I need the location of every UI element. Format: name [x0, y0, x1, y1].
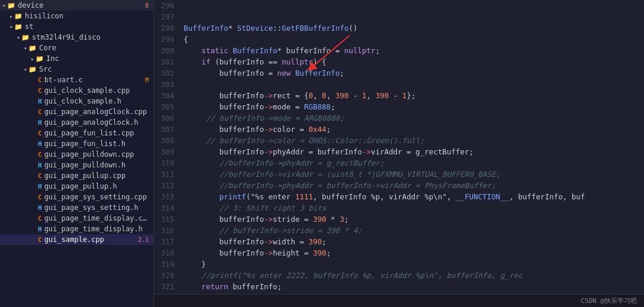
- sidebar-item-label: gui_page_pulldown.cpp: [44, 150, 134, 159]
- h-icon: H: [38, 183, 42, 190]
- sidebar-item-Src[interactable]: 📁Src: [0, 64, 153, 75]
- tree-arrow: [31, 109, 37, 115]
- sidebar-item-gui_page_pullup.h[interactable]: Hgui_page_pullup.h: [0, 181, 153, 192]
- sidebar-item-gui_page_pulldown.h[interactable]: Hgui_page_pulldown.h: [0, 160, 153, 170]
- sidebar-item-gui_sample.cpp[interactable]: Cgui_sample.cpp2.1: [0, 234, 153, 245]
- sidebar-item-gui_page_fun_list.cpp[interactable]: Cgui_page_fun_list.cpp: [0, 128, 153, 138]
- sidebar-item-hisilicon[interactable]: 📁hisilicon: [0, 11, 153, 21]
- sidebar-item-gui_clock_sample.cpp[interactable]: Cgui_clock_sample.cpp: [0, 85, 153, 96]
- sidebar-item-Core[interactable]: 📁Core: [0, 43, 153, 53]
- line-number: 315: [156, 214, 174, 225]
- line-number: 300: [156, 45, 174, 56]
- folder-icon: 📁: [28, 66, 37, 73]
- code-line-307: bufferInfo->color = 0x44;: [184, 124, 632, 135]
- sidebar-badge: 2.1: [138, 237, 151, 243]
- c-icon: C: [38, 76, 42, 84]
- sidebar-item-gui_page_pulldown.cpp[interactable]: Cgui_page_pulldown.cpp: [0, 149, 153, 160]
- sidebar-item-gui_page_sys_setting.h[interactable]: Hgui_page_sys_setting.h: [0, 202, 153, 213]
- sidebar-item-Inc[interactable]: 📁Inc: [0, 53, 153, 64]
- sidebar-item-gui_page_analogClock.h[interactable]: Hgui_page_analogClock.h: [0, 117, 153, 128]
- line-number: 299: [156, 34, 174, 45]
- line-number: 322: [156, 292, 174, 294]
- line-number: 304: [156, 90, 174, 101]
- tree-arrow: [31, 77, 37, 83]
- line-number: 307: [156, 124, 174, 135]
- sidebar-item-gui_page_pullup.cpp[interactable]: Cgui_page_pullup.cpp: [0, 170, 153, 181]
- tree-arrow: [17, 34, 20, 41]
- sidebar-item-gui_page_sys_setting.cpp[interactable]: Cgui_page_sys_setting.cpp: [0, 192, 153, 202]
- sidebar-item-gui_page_time_display.h[interactable]: Hgui_page_time_display.h: [0, 224, 153, 234]
- sidebar-item-label: gui_clock_sample.h: [44, 97, 121, 105]
- sidebar-item-label: Src: [39, 65, 52, 73]
- cpp-icon: C: [38, 236, 42, 244]
- sidebar-item-stm32l4r9i_disco[interactable]: 📁stm32l4r9i_disco: [0, 32, 153, 43]
- line-number: 317: [156, 236, 174, 247]
- code-text: BufferInfo* StDevice::GetFBBufferInfo(){…: [179, 0, 644, 294]
- cpp-icon: C: [38, 108, 42, 116]
- code-line-304: bufferInfo->rect = {0, 0, 390 - 1, 390 -…: [184, 90, 632, 101]
- code-line-309: bufferInfo->phyAddr = bufferInfo->virAdd…: [184, 146, 632, 157]
- sidebar-item-gui_page_analogClock.cpp[interactable]: Cgui_page_analogClock.cpp: [0, 106, 153, 117]
- line-number: 321: [156, 281, 174, 292]
- sidebar-badge: 8: [145, 2, 151, 9]
- line-number: 298: [156, 22, 174, 34]
- sidebar-item-label: gui_page_time_display.h: [44, 225, 143, 233]
- line-number: 320: [156, 270, 174, 281]
- sidebar-item-gui_page_time_display.cpp[interactable]: Cgui_page_time_display.cpp: [0, 213, 153, 224]
- line-number: 309: [156, 146, 174, 157]
- sidebar-item-bt-uart.c[interactable]: Cbt-uart.cM: [0, 75, 153, 85]
- sidebar-item-st[interactable]: 📁st: [0, 21, 153, 32]
- tree-arrow: [31, 141, 37, 147]
- tree-arrow: [9, 13, 13, 20]
- code-line-316: // bufferInfo->stride = 390 * 4;: [184, 225, 632, 236]
- sidebar-item-label: gui_page_fun_list.cpp: [44, 129, 134, 137]
- tree-arrow: [24, 66, 27, 73]
- code-line-296: [184, 0, 632, 11]
- sidebar-item-gui_page_fun_list.h[interactable]: Hgui_page_fun_list.h: [0, 138, 153, 149]
- tree-arrow: [31, 88, 37, 94]
- cpp-icon: C: [38, 215, 42, 222]
- tree-arrow: [31, 205, 37, 211]
- sidebar-item-label: hisilicon: [25, 12, 63, 20]
- sidebar-item-label: gui_page_time_display.cpp: [44, 214, 151, 222]
- sidebar-item-label: st: [25, 22, 33, 31]
- sidebar-badge: M: [145, 77, 151, 83]
- code-line-298: BufferInfo* StDevice::GetFBBufferInfo(): [184, 22, 632, 34]
- folder-icon: 📁: [36, 55, 44, 63]
- tree-arrow: [31, 194, 37, 201]
- h-icon: H: [38, 98, 42, 105]
- tree-arrow: [24, 45, 27, 51]
- line-number: 311: [156, 169, 174, 180]
- tree-arrow: [31, 98, 37, 105]
- tree-arrow: [31, 130, 37, 137]
- tree-arrow: [31, 162, 37, 169]
- line-number: 297: [156, 11, 174, 22]
- line-number: 308: [156, 135, 174, 146]
- sidebar-item-gui_clock_sample.h[interactable]: Hgui_clock_sample.h: [0, 96, 153, 106]
- code-line-301: if (bufferInfo == nullptr) {: [184, 56, 632, 67]
- sidebar-item-device[interactable]: 📁device8: [0, 0, 153, 11]
- sidebar-item-label: gui_page_analogClock.cpp: [44, 108, 147, 116]
- code-line-318: bufferInfo->height = 390;: [184, 247, 632, 258]
- sidebar-item-label: Core: [39, 44, 56, 52]
- line-number: 319: [156, 258, 174, 270]
- code-line-317: bufferInfo->width = 390;: [184, 236, 632, 247]
- code-line-297: [184, 11, 632, 22]
- sidebar-item-label: gui_sample.cpp: [44, 235, 104, 244]
- tree-arrow: [31, 56, 34, 62]
- file-explorer: 📁device8📁hisilicon📁st📁stm32l4r9i_disco📁C…: [0, 0, 154, 307]
- h-icon: H: [38, 225, 42, 233]
- tree-arrow: [31, 237, 37, 243]
- line-number: 312: [156, 180, 174, 191]
- line-number: 318: [156, 247, 174, 258]
- code-line-305: bufferInfo->mode = RGB888;: [184, 101, 632, 112]
- cpp-icon: C: [38, 130, 42, 137]
- sidebar-item-label: stm32l4r9i_disco: [32, 33, 101, 41]
- folder-icon: 📁: [14, 23, 23, 31]
- h-icon: H: [38, 140, 42, 148]
- code-line-312: //bufferInfo->phyAddr = bufferInfo->virA…: [184, 180, 632, 191]
- code-line-303: [184, 79, 632, 90]
- code-line-300: static BufferInfo* bufferInfo = nullptr;: [184, 45, 632, 56]
- cpp-icon: C: [38, 87, 42, 95]
- tree-arrow: [31, 119, 37, 126]
